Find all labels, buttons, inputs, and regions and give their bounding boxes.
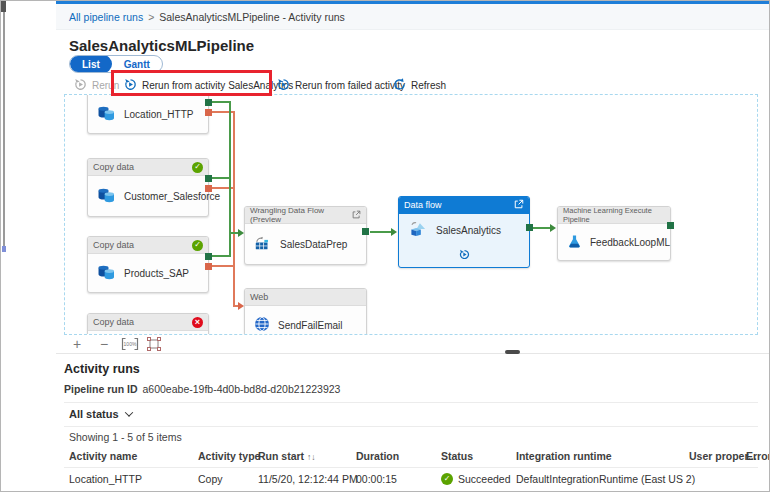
failure-port[interactable]	[205, 263, 212, 270]
rerun-from-activity-button[interactable]: Rerun from activity SalesAnalytics	[124, 77, 293, 94]
activity-node-sales-analytics[interactable]: Data flow SalesAnalytics	[398, 196, 530, 268]
refresh-icon	[393, 78, 406, 93]
pipeline-run-id: Pipeline run ID a600eabe-19fb-4d0b-bd8d-…	[64, 383, 340, 395]
success-port[interactable]	[526, 224, 533, 231]
rerun-label: Rerun	[92, 80, 119, 91]
failure-port[interactable]	[205, 109, 212, 116]
activity-node-type: Copy data	[93, 240, 134, 250]
activity-node-label: FeedbackLoopML	[590, 237, 670, 248]
rerun-from-failed-label: Rerun from failed activity	[295, 80, 405, 91]
col-user-properties[interactable]: User proper...	[689, 450, 746, 462]
rerun-from-failed-icon	[277, 78, 290, 93]
pipeline-run-id-label: Pipeline run ID	[64, 383, 138, 395]
copy-data-icon	[97, 188, 116, 205]
rerun-from-failed-button[interactable]: Rerun from failed activity	[277, 77, 405, 94]
zoom-out-button[interactable]: −	[96, 336, 112, 352]
activity-node-products-sap[interactable]: Copy data ✓ Products_SAP	[87, 236, 209, 293]
table-row[interactable]: Location_HTTP Copy 11/5/20, 12:12:44 PM …	[69, 473, 769, 485]
arrowhead-success	[550, 224, 556, 232]
success-port[interactable]	[205, 99, 212, 106]
activity-node-label: Location_HTTP	[124, 109, 193, 120]
col-activity-name[interactable]: Activity name	[69, 450, 198, 462]
activity-table-header: Activity name Activity type Run start↑↓ …	[69, 450, 769, 462]
tab-list[interactable]: List	[70, 55, 112, 73]
connector-success-line	[370, 231, 393, 233]
zoom-in-button[interactable]: +	[69, 336, 85, 352]
page-title: SalesAnalyticsMLPipeline	[69, 37, 254, 54]
panel-divider	[56, 353, 770, 354]
data-flow-icon	[408, 221, 428, 240]
success-port[interactable]	[205, 253, 212, 260]
arrowhead-success	[391, 228, 397, 236]
col-activity-type[interactable]: Activity type	[198, 450, 258, 462]
cell-duration: 00:00:15	[356, 473, 441, 485]
connector-failure-trunk	[233, 111, 235, 307]
breadcrumb-all-pipeline-runs-link[interactable]: All pipeline runs	[69, 11, 143, 23]
success-port[interactable]	[205, 175, 212, 182]
connector-success-line	[212, 255, 230, 257]
activity-node-location-http[interactable]: Location_HTTP	[87, 94, 209, 134]
activity-node-label: SalesDataPrep	[280, 239, 347, 250]
pipeline-run-id-value: a600eabe-19fb-4d0b-bd8d-d20b21223923	[143, 383, 341, 395]
zoom-reset-button[interactable]: 100%	[121, 337, 139, 351]
connector-success-line	[212, 177, 230, 179]
machine-learning-flask-icon	[567, 234, 582, 251]
activity-node-type: Copy data	[93, 317, 134, 327]
activity-node-label: Products_SAP	[124, 268, 189, 279]
success-status-icon: ✓	[192, 240, 203, 251]
rerun-button[interactable]: Rerun	[74, 77, 119, 94]
status-filter-dropdown[interactable]: All status	[69, 406, 132, 422]
activity-node-type: Data flow	[404, 200, 442, 210]
pipeline-canvas[interactable]: Location_HTTP Copy data ✓ Customer_Sales…	[64, 94, 758, 335]
activity-node-send-fail-email[interactable]: Web SendFailEmail	[244, 288, 367, 335]
cell-activity-type: Copy	[198, 473, 258, 485]
open-node-icon[interactable]	[352, 210, 361, 221]
refresh-button[interactable]: Refresh	[393, 77, 446, 94]
showing-count-text: Showing 1 - 5 of 5 items	[69, 431, 182, 443]
connector-failure-line	[212, 265, 234, 267]
sort-icon[interactable]: ↑↓	[307, 452, 316, 462]
tab-gantt[interactable]: Gantt	[112, 55, 162, 73]
activity-node-sales-data-prep[interactable]: Wrangling Data Flow (Preview SalesDataPr…	[244, 206, 367, 265]
cell-activity-name[interactable]: Location_HTTP	[69, 473, 198, 485]
zoom-to-fit-button[interactable]	[147, 337, 161, 351]
rerun-from-activity-label: Rerun from activity SalesAnalytics	[142, 80, 293, 91]
window-edge-line	[3, 1, 5, 249]
error-status-icon: ×	[192, 317, 203, 328]
activity-node-customer-salesforce[interactable]: Copy data ✓ Customer_Salesforce	[87, 158, 209, 217]
copy-data-icon	[97, 106, 116, 123]
col-run-start[interactable]: Run start↑↓	[258, 450, 356, 462]
zoom-level-text: 100%	[124, 341, 137, 347]
col-duration[interactable]: Duration	[356, 450, 441, 462]
rerun-from-activity-icon	[124, 78, 137, 93]
failure-port[interactable]	[205, 185, 212, 192]
activity-node-failed-copy[interactable]: Copy data ×	[87, 313, 209, 335]
col-integration-runtime[interactable]: Integration runtime	[516, 450, 689, 462]
open-node-icon[interactable]	[514, 199, 524, 211]
activity-node-type: Machine Learning Execute Pipeline	[563, 206, 665, 224]
succeeded-status-icon: ✓	[441, 473, 453, 485]
activity-node-type: Web	[250, 292, 268, 302]
success-port[interactable]	[362, 228, 369, 235]
breadcrumb: All pipeline runs > SalesAnalyticsMLPipe…	[56, 4, 770, 30]
success-port[interactable]	[667, 222, 674, 229]
section-divider	[64, 402, 758, 403]
breadcrumb-current: SalesAnalyticsMLPipeline - Activity runs	[159, 11, 345, 23]
section-divider	[64, 426, 758, 427]
activity-node-label: SendFailEmail	[278, 320, 342, 331]
window-edge-dot	[2, 246, 6, 252]
rerun-icon	[74, 78, 87, 93]
rerun-from-node-icon[interactable]	[459, 246, 470, 264]
power-query-icon	[254, 236, 272, 253]
col-status[interactable]: Status	[441, 450, 516, 462]
chevron-down-icon	[124, 408, 132, 416]
activity-node-label: SalesAnalytics	[436, 225, 501, 236]
cell-status: ✓ Succeeded	[441, 473, 516, 485]
activity-node-feedback-loop-ml[interactable]: Machine Learning Execute Pipeline Feedba…	[557, 206, 671, 261]
col-error[interactable]: Error	[746, 450, 769, 462]
cell-integration-runtime: DefaultIntegrationRuntime (East US 2)	[516, 473, 689, 485]
panel-resize-handle[interactable]	[505, 350, 520, 354]
copy-data-icon	[97, 265, 116, 282]
activity-node-type: Copy data	[93, 162, 134, 172]
breadcrumb-separator: >	[148, 11, 154, 23]
